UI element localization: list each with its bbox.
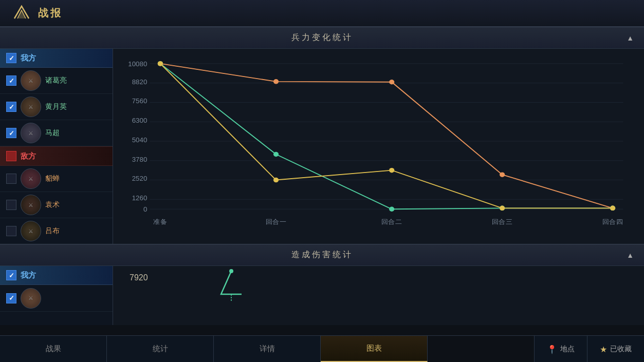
- hero-name-diao: 貂蝉: [45, 174, 60, 183]
- my-side-checkbox[interactable]: [6, 53, 16, 63]
- bookmark-label: 已收藏: [610, 345, 632, 354]
- hero-checkbox-huang[interactable]: [6, 102, 16, 112]
- damage-section-content: 我方 ⚔ 7920: [0, 266, 644, 325]
- page-title: 战报: [38, 6, 63, 20]
- svg-text:准备: 准备: [153, 218, 167, 225]
- avatar-lv: ⚔: [21, 221, 41, 241]
- svg-point-36: [500, 206, 505, 211]
- svg-text:0: 0: [143, 205, 147, 213]
- hero-name-huang: 黄月英: [45, 102, 67, 111]
- svg-text:5040: 5040: [132, 136, 148, 143]
- hero-name-zhuge: 诸葛亮: [45, 76, 67, 85]
- svg-text:回合三: 回合三: [492, 218, 513, 225]
- svg-point-25: [389, 80, 394, 84]
- hero-name-yuan: 袁术: [45, 200, 60, 209]
- tab-stats-label: 统计: [153, 344, 168, 354]
- svg-point-33: [158, 61, 163, 66]
- damage-my-label: 我方: [21, 271, 36, 280]
- damage-chart-area: 7920: [113, 266, 644, 325]
- svg-text:7560: 7560: [132, 98, 148, 105]
- hero-checkbox-diao[interactable]: [6, 174, 16, 184]
- bookmark-button[interactable]: ★ 已收藏: [587, 336, 644, 362]
- tab-details[interactable]: 详情: [214, 336, 321, 362]
- troop-collapse-icon[interactable]: ▲: [627, 34, 636, 42]
- hero-name-ma: 马超: [45, 128, 60, 138]
- damage-peak-marker: [216, 269, 247, 304]
- svg-text:回合一: 回合一: [266, 218, 287, 225]
- location-button[interactable]: 📍 地点: [534, 336, 587, 362]
- header: 战报: [0, 0, 644, 27]
- avatar-yuan: ⚔: [21, 195, 41, 215]
- hero-item-ma[interactable]: ⚔ 马超: [0, 120, 113, 146]
- avatar-huang: ⚔: [21, 97, 41, 117]
- troop-change-title: 兵力变化统计: [291, 32, 353, 43]
- svg-point-37: [610, 206, 615, 211]
- avatar-ma: ⚔: [21, 123, 41, 143]
- svg-text:回合四: 回合四: [602, 218, 623, 225]
- troop-line-chart: 0 1260 2520 3780 5040 6300 7560 8820 100…: [118, 54, 634, 228]
- game-logo-icon: [10, 4, 33, 23]
- svg-point-30: [389, 207, 394, 212]
- tab-battle-result[interactable]: 战果: [0, 336, 107, 362]
- troop-left-panel: 我方 ⚔ 诸葛亮 ⚔ 黄月英 ⚔: [0, 49, 113, 244]
- svg-point-35: [389, 168, 394, 173]
- damage-value: 7920: [123, 270, 154, 285]
- damage-hero-partial: ⚔: [0, 285, 113, 312]
- hero-item-diao[interactable]: ⚔ 貂蝉: [0, 166, 113, 192]
- damage-title: 造成伤害统计: [291, 250, 353, 260]
- troop-chart-section: 我方 ⚔ 诸葛亮 ⚔ 黄月英 ⚔: [0, 49, 644, 244]
- svg-text:10080: 10080: [128, 60, 147, 67]
- main-content: 兵力变化统计 ▲ 我方 ⚔ 诸葛亮 ⚔: [0, 27, 644, 335]
- avatar-zhuge: ⚔: [21, 70, 41, 91]
- svg-point-34: [273, 178, 279, 182]
- svg-text:8820: 8820: [132, 78, 148, 85]
- svg-text:1260: 1260: [132, 195, 148, 202]
- svg-point-26: [500, 172, 505, 177]
- tab-details-label: 详情: [260, 344, 275, 354]
- troop-change-section-header[interactable]: 兵力变化统计 ▲: [0, 27, 644, 49]
- tab-chart-label: 图表: [366, 344, 382, 353]
- damage-avatar: ⚔: [21, 288, 41, 309]
- svg-text:6300: 6300: [132, 117, 148, 124]
- damage-left-panel: 我方 ⚔: [0, 266, 113, 325]
- hero-checkbox-zhuge[interactable]: [6, 75, 16, 86]
- damage-my-side-header[interactable]: 我方: [0, 266, 113, 285]
- svg-point-24: [273, 79, 279, 84]
- troop-chart-area: 0 1260 2520 3780 5040 6300 7560 8820 100…: [113, 49, 644, 244]
- svg-point-29: [273, 152, 279, 157]
- damage-my-checkbox[interactable]: [6, 270, 16, 280]
- svg-text:3780: 3780: [132, 156, 148, 163]
- svg-text:2520: 2520: [132, 175, 148, 182]
- damage-collapse-icon[interactable]: ▲: [627, 251, 636, 259]
- enemy-side-checkbox[interactable]: [6, 151, 16, 161]
- hero-item-yuan[interactable]: ⚔ 袁术: [0, 192, 113, 218]
- damage-hero-checkbox[interactable]: [6, 293, 16, 303]
- svg-point-38: [229, 269, 233, 273]
- hero-name-lv: 吕布: [45, 226, 60, 236]
- hero-checkbox-ma[interactable]: [6, 128, 16, 138]
- hero-checkbox-yuan[interactable]: [6, 200, 16, 210]
- hero-item-zhuge[interactable]: ⚔ 诸葛亮: [0, 68, 113, 94]
- tab-stats[interactable]: 统计: [107, 336, 214, 362]
- my-side-label: 我方: [21, 53, 36, 63]
- svg-text:回合二: 回合二: [381, 218, 402, 225]
- hero-item-lv[interactable]: ⚔ 吕布: [0, 218, 113, 244]
- bottom-tab-bar: 战果 统计 详情 图表 📍 地点 ★ 已收藏: [0, 335, 644, 362]
- tab-chart[interactable]: 图表: [321, 336, 428, 362]
- enemy-side-header[interactable]: 敌方: [0, 146, 113, 166]
- enemy-side-label: 敌方: [21, 151, 36, 161]
- bookmark-icon: ★: [600, 345, 607, 354]
- location-icon: 📍: [547, 345, 557, 354]
- damage-section-header[interactable]: 造成伤害统计 ▲: [0, 244, 644, 266]
- avatar-diao: ⚔: [21, 168, 41, 189]
- hero-checkbox-lv[interactable]: [6, 226, 16, 236]
- hero-item-huang[interactable]: ⚔ 黄月英: [0, 94, 113, 120]
- my-side-header[interactable]: 我方: [0, 49, 113, 68]
- location-label: 地点: [560, 345, 575, 354]
- tab-battle-result-label: 战果: [46, 344, 61, 354]
